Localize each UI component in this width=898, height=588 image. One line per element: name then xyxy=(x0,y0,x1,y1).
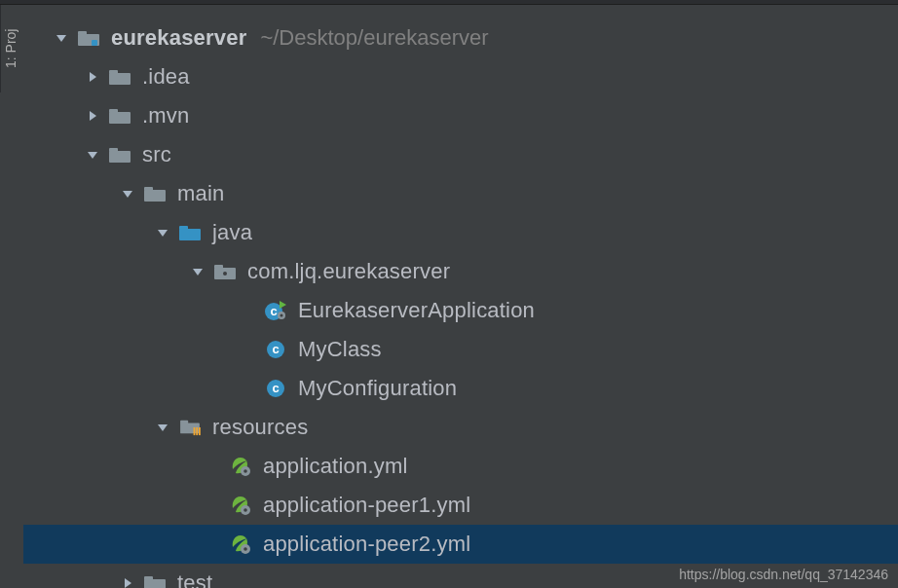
svg-rect-35 xyxy=(194,427,196,435)
tree-node-resources[interactable]: resources xyxy=(23,408,898,447)
expand-arrow-right-icon[interactable] xyxy=(119,574,136,588)
node-label: eurekaserver xyxy=(111,25,246,51)
node-label: src xyxy=(142,142,171,167)
expand-arrow-right-icon[interactable] xyxy=(84,68,101,86)
expand-arrow-down-icon[interactable] xyxy=(53,29,70,47)
node-label: MyConfiguration xyxy=(298,376,457,401)
node-label: .idea xyxy=(142,64,190,90)
svg-text:c: c xyxy=(270,304,277,318)
svg-rect-3 xyxy=(92,40,97,46)
project-tree: eurekaserver ~/Desktop/eurekaserver .ide… xyxy=(23,5,898,588)
expand-arrow-down-icon[interactable] xyxy=(154,224,171,241)
expand-arrow-down-icon[interactable] xyxy=(154,419,171,436)
expand-arrow-down-icon[interactable] xyxy=(189,263,206,280)
tree-node-src[interactable]: src xyxy=(23,135,898,174)
node-label: .mvn xyxy=(142,103,189,129)
svg-marker-0 xyxy=(56,35,66,42)
folder-icon xyxy=(107,64,132,90)
svg-point-27 xyxy=(281,314,283,317)
node-label: MyClass xyxy=(298,337,382,362)
svg-marker-7 xyxy=(90,111,96,121)
svg-text:c: c xyxy=(272,342,279,356)
node-label: resources xyxy=(212,415,308,440)
svg-rect-46 xyxy=(144,579,166,588)
module-folder-icon xyxy=(76,25,101,51)
svg-marker-4 xyxy=(90,72,96,82)
source-folder-icon xyxy=(177,220,203,245)
tree-node-yml2[interactable]: application-peer2.yml xyxy=(23,525,898,564)
node-label: java xyxy=(212,220,252,245)
tree-node-idea[interactable]: .idea xyxy=(23,57,898,96)
package-icon xyxy=(212,259,238,284)
java-class-icon: c xyxy=(263,337,288,362)
svg-rect-15 xyxy=(144,190,166,202)
tree-node-root[interactable]: eurekaserver ~/Desktop/eurekaserver xyxy=(23,18,898,57)
spring-boot-app-icon: c xyxy=(263,298,288,323)
node-label: application.yml xyxy=(263,454,408,479)
svg-point-41 xyxy=(243,508,247,512)
folder-icon xyxy=(142,570,168,588)
svg-rect-36 xyxy=(196,427,198,435)
node-label: application-peer1.yml xyxy=(263,493,470,518)
watermark-text: https://blog.csdn.net/qq_37142346 xyxy=(679,567,888,582)
tree-node-yml0[interactable]: application.yml xyxy=(23,447,898,486)
svg-marker-16 xyxy=(158,230,168,237)
expand-arrow-down-icon[interactable] xyxy=(84,146,101,164)
folder-icon xyxy=(107,103,132,129)
svg-point-43 xyxy=(243,547,247,551)
node-label: main xyxy=(177,181,225,206)
tree-node-mvn[interactable]: .mvn xyxy=(23,96,898,135)
tree-node-myconfig[interactable]: c MyConfiguration xyxy=(23,369,898,408)
svg-text:c: c xyxy=(272,381,279,395)
expand-arrow-right-icon[interactable] xyxy=(84,107,101,125)
project-tool-tab[interactable]: 1: Proj xyxy=(0,5,23,92)
svg-rect-9 xyxy=(109,112,131,124)
tree-node-package[interactable]: com.ljq.eurekaserver xyxy=(23,252,898,291)
svg-rect-6 xyxy=(109,73,131,85)
tree-node-app[interactable]: c EurekaserverApplication xyxy=(23,291,898,330)
tree-node-yml1[interactable]: application-peer1.yml xyxy=(23,486,898,525)
spring-config-icon xyxy=(228,532,253,557)
folder-icon xyxy=(142,181,168,206)
tree-node-myclass[interactable]: c MyClass xyxy=(23,330,898,369)
tree-node-java[interactable]: java xyxy=(23,213,898,252)
svg-point-39 xyxy=(243,469,247,473)
expand-arrow-down-icon[interactable] xyxy=(119,185,136,202)
svg-marker-19 xyxy=(193,269,203,276)
svg-marker-25 xyxy=(280,301,286,309)
java-class-icon: c xyxy=(263,376,288,401)
svg-rect-12 xyxy=(109,151,131,163)
node-label: EurekaserverApplication xyxy=(298,298,535,323)
svg-rect-18 xyxy=(179,229,201,240)
svg-marker-10 xyxy=(88,152,97,159)
spring-config-icon xyxy=(228,454,253,479)
svg-point-22 xyxy=(223,272,227,276)
folder-icon xyxy=(107,142,132,167)
node-label: test xyxy=(177,570,212,588)
node-path: ~/Desktop/eurekaserver xyxy=(260,25,488,51)
node-label: com.ljq.eurekaserver xyxy=(247,259,450,284)
svg-marker-13 xyxy=(123,191,132,198)
resources-folder-icon xyxy=(177,415,203,440)
node-label: application-peer2.yml xyxy=(263,532,470,557)
svg-rect-37 xyxy=(199,427,201,435)
tree-node-main[interactable]: main xyxy=(23,174,898,213)
spring-config-icon xyxy=(228,493,253,518)
svg-marker-32 xyxy=(158,424,168,431)
svg-marker-44 xyxy=(125,578,131,588)
